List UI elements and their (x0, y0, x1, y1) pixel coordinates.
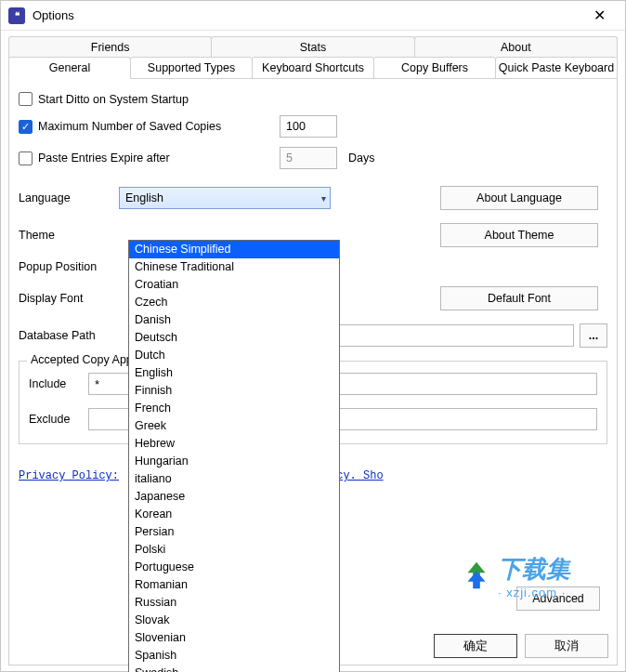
exclude-label: Exclude (29, 413, 88, 426)
language-option[interactable]: Chinese Simplified (129, 241, 339, 258)
language-option[interactable]: Portuguese (129, 559, 339, 576)
startup-label: Start Ditto on System Startup (38, 93, 189, 106)
language-dropdown[interactable]: Chinese SimplifiedChinese TraditionalCro… (128, 240, 340, 672)
watermark: 下载集 · xzji.com · (459, 553, 570, 600)
tab-supported-types[interactable]: Supported Types (130, 57, 253, 79)
language-option[interactable]: Spanish (129, 647, 339, 665)
language-option[interactable]: Croatian (129, 276, 339, 294)
language-combo[interactable]: English ▾ (119, 187, 331, 209)
language-option[interactable]: Korean (129, 506, 339, 523)
privacy-policy-label[interactable]: Privacy Policy: (19, 469, 119, 482)
display-font-label: Display Font (19, 292, 119, 305)
expire-label: Paste Entries Expire after (38, 152, 280, 165)
tab-about[interactable]: About (414, 36, 618, 58)
window-title: Options (33, 8, 74, 22)
ok-button[interactable]: 确定 (434, 634, 517, 658)
language-option[interactable]: Greek (129, 417, 339, 435)
expire-input (280, 147, 337, 169)
max-copies-input[interactable] (280, 115, 337, 138)
include-label: Include (29, 377, 88, 390)
app-icon: ❝ (8, 7, 25, 24)
language-option[interactable]: Slovenian (129, 629, 339, 647)
language-option[interactable]: Swedish (129, 665, 339, 672)
general-panel: Start Ditto on System Startup ✓ Maximum … (8, 78, 618, 665)
tab-stats[interactable]: Stats (211, 36, 414, 58)
language-option[interactable]: Polski (129, 541, 339, 559)
theme-label: Theme (19, 229, 119, 242)
language-option[interactable]: Slovak (129, 612, 339, 629)
max-copies-checkbox[interactable]: ✓ (19, 120, 33, 134)
titlebar: ❝ Options ✕ (1, 1, 625, 31)
max-copies-label: Maximum Number of Saved Copies (38, 120, 280, 133)
tab-friends[interactable]: Friends (8, 36, 212, 58)
language-option[interactable]: Hebrew (129, 435, 339, 453)
tab-copy-buffers[interactable]: Copy Buffers (373, 57, 496, 79)
tab-keyboard-shortcuts[interactable]: Keyboard Shortcuts (252, 57, 374, 79)
download-arrow-icon (459, 559, 494, 594)
language-option[interactable]: Hungarian (129, 453, 339, 470)
startup-checkbox[interactable] (19, 92, 33, 106)
language-option[interactable]: italiano (129, 470, 339, 488)
expire-checkbox[interactable] (19, 152, 33, 165)
language-option[interactable]: Romanian (129, 576, 339, 594)
language-option[interactable]: Persian (129, 523, 339, 541)
language-option[interactable]: Japanese (129, 488, 339, 506)
options-window: ❝ Options ✕ Friends Stats About General … (0, 0, 626, 672)
tabs: Friends Stats About General Supported Ty… (1, 31, 625, 79)
close-icon[interactable]: ✕ (580, 3, 618, 29)
watermark-text: 下载集 (498, 555, 570, 583)
about-theme-button[interactable]: About Theme (440, 223, 598, 247)
language-option[interactable]: Deutsch (129, 329, 339, 347)
expire-unit: Days (348, 152, 374, 165)
language-option[interactable]: English (129, 364, 339, 382)
language-option[interactable]: Danish (129, 311, 339, 329)
about-language-button[interactable]: About Language (440, 186, 598, 210)
language-label: Language (19, 191, 119, 204)
tab-quick-paste-keyboard[interactable]: Quick Paste Keyboard (495, 57, 618, 79)
watermark-sub: · xzji.com · (498, 586, 570, 600)
language-combo-value: English (125, 191, 163, 204)
database-path-input[interactable] (336, 324, 574, 347)
database-path-label: Database Path (19, 329, 119, 342)
default-font-button[interactable]: Default Font (440, 286, 598, 310)
language-option[interactable]: Chinese Traditional (129, 258, 339, 276)
language-option[interactable]: Dutch (129, 347, 339, 364)
language-option[interactable]: Czech (129, 294, 339, 311)
chevron-down-icon: ▾ (321, 193, 326, 204)
svg-marker-1 (468, 571, 486, 588)
language-option[interactable]: Finnish (129, 382, 339, 400)
tab-general[interactable]: General (8, 57, 131, 79)
language-option[interactable]: French (129, 400, 339, 417)
popup-position-label: Popup Position (19, 260, 119, 273)
cancel-button[interactable]: 取消 (525, 634, 608, 658)
language-option[interactable]: Russian (129, 594, 339, 612)
database-browse-button[interactable]: ... (580, 323, 607, 348)
